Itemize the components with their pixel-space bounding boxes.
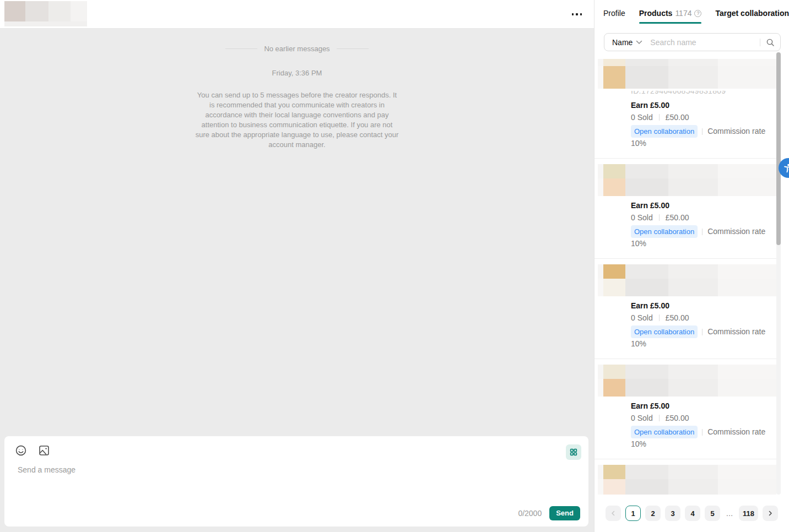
product-card[interactable]: Earn £5.00 0 Sold £50.00 Open collaborat…: [595, 159, 776, 259]
product-showcase-button[interactable]: [566, 444, 581, 460]
chevron-down-icon[interactable]: [636, 40, 642, 45]
message-composer: Send a message 0/2000 Send: [4, 436, 588, 526]
product-sold: 0 Sold: [631, 312, 653, 324]
accessibility-icon: [782, 162, 789, 174]
open-collaboration-badge: Open collaboration: [631, 225, 698, 238]
page-button[interactable]: 5: [705, 506, 720, 521]
chevron-left-icon: [610, 510, 617, 517]
product-price: £50.00: [666, 312, 689, 324]
image-upload-button[interactable]: [38, 444, 50, 457]
page-button[interactable]: 118: [739, 506, 758, 521]
no-earlier-messages-divider: No earlier messages: [0, 45, 594, 53]
message-input[interactable]: Send a message: [18, 465, 517, 476]
pagination-ellipsis: …: [725, 506, 734, 521]
emoji-button[interactable]: [15, 444, 27, 457]
peer-name-redacted: [4, 1, 87, 26]
more-options-button[interactable]: [571, 10, 583, 19]
product-card[interactable]: Earn £5.00 0 Sold £50.00 Open collaborat…: [595, 359, 776, 459]
no-earlier-messages-label: No earlier messages: [264, 45, 329, 53]
image-icon: [38, 444, 50, 457]
product-card[interactable]: Earn £5.00 0 Sold £50.00 Open collaborat…: [595, 459, 776, 495]
tab-products-count: 1174: [675, 9, 691, 18]
tab-products-label: Products: [639, 9, 673, 18]
product-sold: 0 Sold: [631, 211, 653, 224]
product-earn: Earn £5.00: [631, 400, 768, 412]
tab-profile[interactable]: Profile: [603, 9, 625, 24]
product-earn: Earn £5.00: [631, 300, 768, 312]
tab-target-label: Target collaborations: [715, 9, 789, 18]
chevron-right-icon: [767, 510, 774, 517]
page-button[interactable]: 2: [645, 506, 661, 521]
product-card[interactable]: Earn £5.00 0 Sold £50.00 Open collaborat…: [595, 259, 776, 359]
product-sold: 0 Sold: [631, 111, 653, 123]
chat-timestamp: Friday, 3:36 PM: [0, 69, 594, 77]
scrollbar-thumb[interactable]: [776, 52, 781, 245]
next-page-button[interactable]: [763, 506, 778, 521]
product-id-clipped: ID:1729464668549831809: [631, 91, 776, 96]
product-list: ID:1729464668549831809 Earn £5.00 0 Sold…: [595, 52, 776, 495]
product-thumbnail-redacted: [598, 365, 776, 397]
question-icon[interactable]: ?: [694, 10, 701, 17]
tab-products[interactable]: Products 1174 ?: [639, 9, 702, 24]
system-message: You can send up to 5 messages before the…: [194, 90, 399, 150]
search-input[interactable]: Search name: [650, 38, 760, 47]
product-thumbnail-redacted: [598, 264, 776, 296]
open-collaboration-badge: Open collaboration: [631, 426, 698, 438]
product-thumbnail-redacted: [598, 465, 776, 495]
emoji-icon: [15, 444, 27, 457]
page-button[interactable]: 3: [665, 506, 680, 521]
prev-page-button[interactable]: [606, 506, 621, 521]
tab-profile-label: Profile: [603, 9, 625, 18]
product-thumbnail-redacted: [598, 59, 776, 91]
panel-tabs: Profile Products 1174 ? Target collabora…: [595, 0, 789, 24]
product-earn: Earn £5.00: [631, 99, 768, 111]
search-icon[interactable]: [766, 38, 775, 47]
search-divider: [760, 39, 760, 46]
product-price: £50.00: [666, 211, 689, 224]
product-thumbnail-redacted: [598, 164, 776, 196]
search-filter-dropdown[interactable]: Name: [612, 38, 633, 47]
more-options-icon: [572, 13, 582, 15]
tab-target-collaborations[interactable]: Target collaborations 0 ?: [715, 9, 789, 24]
product-price: £50.00: [666, 412, 689, 424]
chat-header: [0, 0, 594, 29]
page-button[interactable]: 1: [625, 506, 641, 521]
product-sold: 0 Sold: [631, 412, 653, 424]
open-collaboration-badge: Open collaboration: [631, 325, 698, 338]
chat-panel: No earlier messages Friday, 3:36 PM You …: [0, 0, 594, 532]
scrollbar-track: [776, 52, 781, 495]
pagination: 1 2 3 4 5 … 118: [595, 495, 789, 532]
product-card[interactable]: ID:1729464668549831809 Earn £5.00 0 Sold…: [595, 52, 776, 159]
char-counter: 0/2000: [518, 509, 542, 518]
product-earn: Earn £5.00: [631, 199, 768, 211]
product-search-bar: Name Search name: [604, 33, 781, 51]
product-price: £50.00: [666, 111, 689, 123]
open-collaboration-badge: Open collaboration: [631, 125, 698, 138]
send-button[interactable]: Send: [549, 506, 580, 520]
apps-grid-icon: [569, 448, 578, 457]
creator-details-panel: Profile Products 1174 ? Target collabora…: [594, 0, 789, 532]
page-button[interactable]: 4: [685, 506, 700, 521]
